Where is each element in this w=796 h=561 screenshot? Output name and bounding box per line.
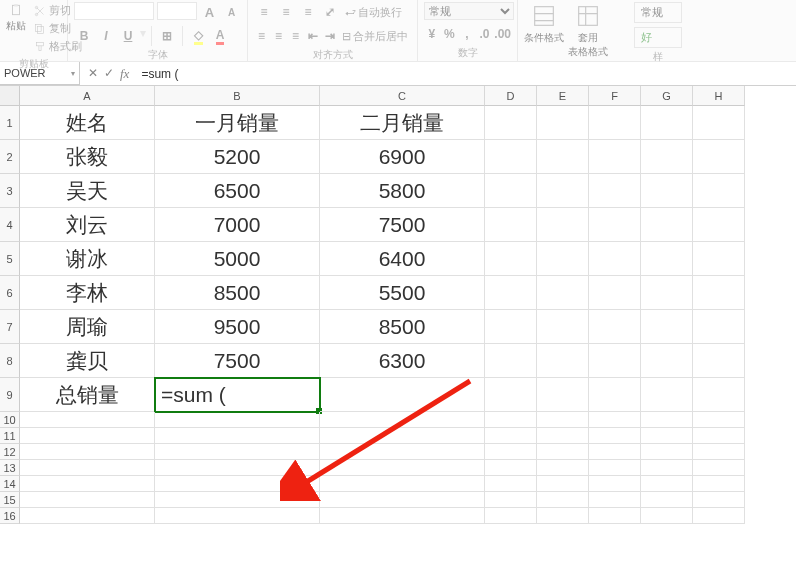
border-button[interactable]: ⊞ (157, 26, 177, 46)
cell-e15[interactable] (537, 492, 589, 508)
cell-d7[interactable] (485, 310, 537, 344)
cell-h6[interactable] (693, 276, 745, 310)
cell-h14[interactable] (693, 476, 745, 492)
cell-c9[interactable] (320, 378, 485, 412)
row-header-15[interactable]: 15 (0, 492, 20, 508)
cell-b6[interactable]: 8500 (155, 276, 320, 310)
cell-g9[interactable] (641, 378, 693, 412)
cell-c16[interactable] (320, 508, 485, 524)
cell-a3[interactable]: 吴天 (20, 174, 155, 208)
cell-f6[interactable] (589, 276, 641, 310)
cell-b15[interactable] (155, 492, 320, 508)
cell-b1[interactable]: 一月销量 (155, 106, 320, 140)
cell-d12[interactable] (485, 444, 537, 460)
cell-g3[interactable] (641, 174, 693, 208)
align-right-button[interactable]: ≡ (288, 26, 303, 46)
cell-b12[interactable] (155, 444, 320, 460)
cell-a4[interactable]: 刘云 (20, 208, 155, 242)
cell-a12[interactable] (20, 444, 155, 460)
cell-h1[interactable] (693, 106, 745, 140)
cell-h2[interactable] (693, 140, 745, 174)
cell-c13[interactable] (320, 460, 485, 476)
align-left-button[interactable]: ≡ (254, 26, 269, 46)
row-header-11[interactable]: 11 (0, 428, 20, 444)
col-header-d[interactable]: D (485, 86, 537, 106)
dec-decimal-button[interactable]: .00 (494, 24, 511, 44)
indent-dec-button[interactable]: ⇤ (305, 26, 320, 46)
cell-b16[interactable] (155, 508, 320, 524)
cell-b11[interactable] (155, 428, 320, 444)
cell-e4[interactable] (537, 208, 589, 242)
col-header-f[interactable]: F (589, 86, 641, 106)
cell-c10[interactable] (320, 412, 485, 428)
cell-b2[interactable]: 5200 (155, 140, 320, 174)
cell-e6[interactable] (537, 276, 589, 310)
font-family-select[interactable] (74, 2, 154, 20)
paste-button[interactable] (6, 2, 26, 18)
align-middle-button[interactable]: ≡ (276, 2, 296, 22)
cell-h7[interactable] (693, 310, 745, 344)
cell-g10[interactable] (641, 412, 693, 428)
cell-b3[interactable]: 6500 (155, 174, 320, 208)
cell-f7[interactable] (589, 310, 641, 344)
font-size-select[interactable] (157, 2, 197, 20)
row-header-10[interactable]: 10 (0, 412, 20, 428)
cell-g6[interactable] (641, 276, 693, 310)
cell-e9[interactable] (537, 378, 589, 412)
cell-a6[interactable]: 李林 (20, 276, 155, 310)
underline-button[interactable]: U (118, 26, 138, 46)
cell-g8[interactable] (641, 344, 693, 378)
row-header-6[interactable]: 6 (0, 276, 20, 310)
cell-a10[interactable] (20, 412, 155, 428)
cell-f10[interactable] (589, 412, 641, 428)
cell-h5[interactable] (693, 242, 745, 276)
cell-d16[interactable] (485, 508, 537, 524)
cell-f2[interactable] (589, 140, 641, 174)
select-all-corner[interactable] (0, 86, 20, 106)
col-header-e[interactable]: E (537, 86, 589, 106)
cell-h12[interactable] (693, 444, 745, 460)
cell-c5[interactable]: 6400 (320, 242, 485, 276)
cell-c11[interactable] (320, 428, 485, 444)
table-format-button[interactable]: 套用 表格格式 (568, 31, 608, 59)
cell-d10[interactable] (485, 412, 537, 428)
cell-d9[interactable] (485, 378, 537, 412)
cell-b4[interactable]: 7000 (155, 208, 320, 242)
cell-b7[interactable]: 9500 (155, 310, 320, 344)
cell-d8[interactable] (485, 344, 537, 378)
cell-e12[interactable] (537, 444, 589, 460)
currency-button[interactable]: ¥ (424, 24, 440, 44)
cell-f9[interactable] (589, 378, 641, 412)
cell-h11[interactable] (693, 428, 745, 444)
cell-g14[interactable] (641, 476, 693, 492)
wrap-text-button[interactable]: ⮐自动换行 (342, 2, 405, 22)
cell-c8[interactable]: 6300 (320, 344, 485, 378)
col-header-g[interactable]: G (641, 86, 693, 106)
style-general-button[interactable]: 常规 (634, 2, 682, 23)
col-header-c[interactable]: C (320, 86, 485, 106)
cell-e2[interactable] (537, 140, 589, 174)
cell-f12[interactable] (589, 444, 641, 460)
cell-c12[interactable] (320, 444, 485, 460)
col-header-h[interactable]: H (693, 86, 745, 106)
cell-d15[interactable] (485, 492, 537, 508)
cell-d14[interactable] (485, 476, 537, 492)
cell-f14[interactable] (589, 476, 641, 492)
cell-e13[interactable] (537, 460, 589, 476)
cell-h13[interactable] (693, 460, 745, 476)
cell-f5[interactable] (589, 242, 641, 276)
cell-d1[interactable] (485, 106, 537, 140)
row-header-14[interactable]: 14 (0, 476, 20, 492)
align-bottom-button[interactable]: ≡ (298, 2, 318, 22)
cell-c7[interactable]: 8500 (320, 310, 485, 344)
cell-d2[interactable] (485, 140, 537, 174)
cell-g15[interactable] (641, 492, 693, 508)
cell-g13[interactable] (641, 460, 693, 476)
cell-g11[interactable] (641, 428, 693, 444)
cell-b9-active[interactable]: =sum ( (155, 378, 320, 412)
row-header-5[interactable]: 5 (0, 242, 20, 276)
cell-b10[interactable] (155, 412, 320, 428)
cell-b5[interactable]: 5000 (155, 242, 320, 276)
cell-e1[interactable] (537, 106, 589, 140)
comma-button[interactable]: , (459, 24, 475, 44)
